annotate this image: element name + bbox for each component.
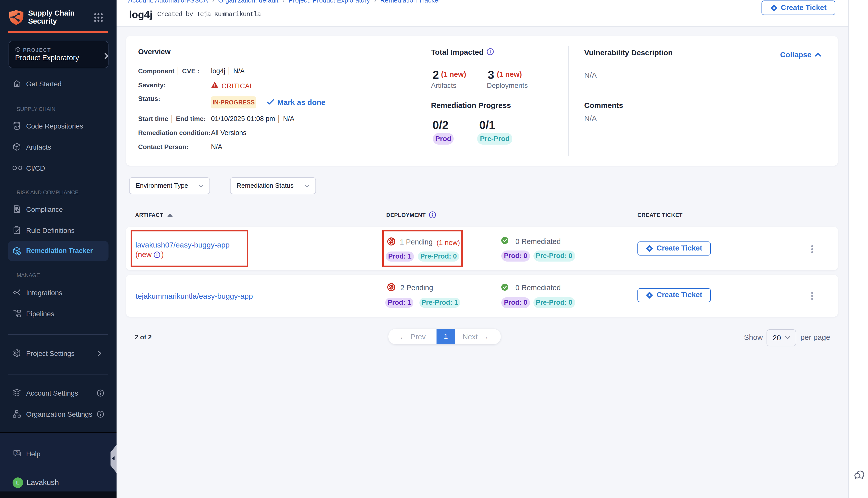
svg-text:?: ? (16, 450, 18, 455)
